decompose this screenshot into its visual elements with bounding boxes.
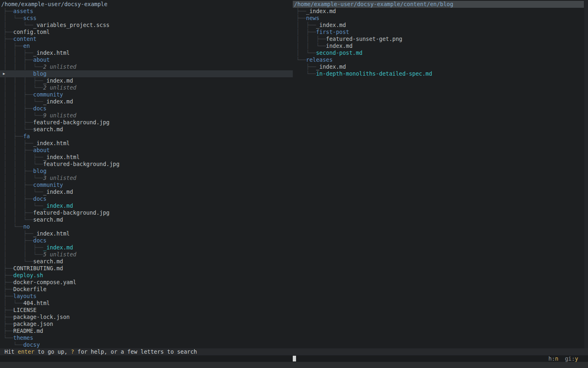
tree-row[interactable]: ├──assets (0, 8, 293, 15)
right-tree: ├──_index.md ├──news │ ├──_index.md │ ├─… (293, 8, 588, 77)
tree-row[interactable]: │ │ ├──featured-background.jpg (0, 209, 293, 216)
node-label: _index.html (33, 230, 69, 237)
node-label: news (306, 15, 320, 21)
tree-row[interactable]: └──docsy (0, 341, 293, 348)
node-label: Dockerfile (13, 286, 47, 292)
node-label: community (33, 91, 63, 98)
tree-row[interactable]: │ │ ├──docs (0, 195, 293, 202)
node-label: search.md (33, 258, 63, 265)
tree-branch-lines: │ │ │ └── (0, 175, 43, 181)
tree-branch-lines: ├── (0, 29, 13, 35)
tree-branch-lines: │ └── (0, 15, 23, 21)
tree-branch-lines: │ ├── (0, 133, 23, 139)
tree-row[interactable]: ├──content (0, 36, 293, 43)
tree-row[interactable]: │ │ ├──_index.md (0, 244, 293, 251)
tree-row[interactable]: │ │ │ └──_index.md (0, 202, 293, 209)
tree-row[interactable]: │ │ │ └──_index.md (0, 98, 293, 105)
node-label: _index.md (43, 98, 73, 105)
tree-row[interactable]: └──releases (293, 56, 588, 63)
tree-row[interactable]: │ │ │ ├──_index.html (0, 154, 293, 161)
node-label: _index.md (43, 202, 73, 209)
input-line: :e h:ngi:y (0, 355, 588, 362)
tree-row[interactable]: │ ├──en (0, 43, 293, 49)
tree-branch-lines: │ │ └── (0, 126, 33, 132)
tree-branch-lines: │ │ │ ├── (0, 77, 43, 84)
tree-row[interactable]: │ └──no (0, 223, 293, 230)
node-label: _index.html (33, 49, 69, 56)
node-label: _index.html (43, 154, 80, 160)
tree-row-unlisted[interactable]: │ │ │ └──2 unlisted (0, 84, 293, 91)
flag-value: n (555, 355, 558, 362)
tree-row[interactable]: ├──news (293, 15, 588, 22)
tree-row[interactable]: │ │ ├──community (0, 91, 293, 98)
node-label: featured-background.jpg (33, 209, 109, 216)
tree-row[interactable]: │ │ └──search.md (0, 216, 293, 223)
node-label: _index.md (43, 188, 73, 195)
flag-label: gi: (565, 355, 575, 362)
tree-row[interactable]: │ ├──fa (0, 133, 293, 140)
tree-row[interactable]: │ │ ├──blog (0, 168, 293, 175)
tree-row[interactable]: ▶ │ │ ├──blog (0, 70, 293, 77)
tree-row[interactable]: │ │ └──index.md (293, 43, 588, 49)
tree-row[interactable]: │ │ ├──featured-sunset-get.png (293, 36, 588, 43)
tree-row[interactable]: ├──README.md (0, 328, 293, 334)
tree-row[interactable]: ├──package-lock.json (0, 314, 293, 321)
tree-row[interactable]: │ ├──docs (0, 237, 293, 244)
tree-row[interactable]: ├──_index.md (293, 8, 588, 15)
bottom-strip (0, 362, 588, 368)
left-panel: /home/example-user/docsy-example ├──asse… (0, 0, 293, 348)
tree-row[interactable]: │ │ │ └──featured-background.jpg (0, 161, 293, 168)
tree-row[interactable]: └──themes (0, 334, 293, 341)
tree-row[interactable]: ├──package.json (0, 321, 293, 328)
tree-row[interactable]: │ │ ├──about (0, 56, 293, 63)
tree-row[interactable]: │ └──_variables_project.scss (0, 22, 293, 29)
left-command-input[interactable]: :e (0, 355, 293, 362)
tree-row[interactable]: │ └──second-post.md (293, 49, 588, 56)
tree-row[interactable]: │ │ │ └──_index.md (0, 188, 293, 195)
tree-branch-lines: │ ├── (293, 22, 316, 28)
tree-row[interactable]: │ │ ├──_index.html (0, 49, 293, 56)
tree-row[interactable]: ├──Dockerfile (0, 286, 293, 293)
tree-branch-lines: │ │ │ ├── (0, 154, 43, 160)
tree-branch-lines: └── (293, 70, 316, 77)
tree-row[interactable]: │ ├──first-post (293, 29, 588, 36)
tree-row[interactable]: │ ├──_index.md (293, 22, 588, 29)
tree-row-unlisted[interactable]: │ │ │ └──9 unlisted (0, 112, 293, 119)
tree-branch-lines: │ │ └── (0, 216, 33, 223)
status-key-hint: ? (71, 348, 74, 355)
tree-row[interactable]: │ │ ├──docs (0, 105, 293, 112)
tree-row[interactable]: │ └──search.md (0, 258, 293, 265)
tree-row[interactable]: │ └──scss (0, 15, 293, 22)
tree-row[interactable]: └──in-depth-monoliths-detailed-spec.md (293, 70, 588, 77)
right-command-input[interactable]: h:ngi:y (293, 355, 588, 362)
tree-row[interactable]: │ │ ├──featured-background.jpg (0, 119, 293, 126)
tree-row[interactable]: ├──deploy.sh (0, 272, 293, 279)
node-label: package-lock.json (13, 314, 70, 320)
tree-row[interactable]: │ │ ├──community (0, 182, 293, 188)
tree-row[interactable]: │ │ └──search.md (0, 126, 293, 133)
tree-branch-lines: ├── (0, 293, 13, 299)
tree-branch-lines: │ │ ├── (0, 49, 33, 56)
node-label: docs (33, 105, 47, 112)
tree-row[interactable]: ├──config.toml (0, 29, 293, 36)
tree-row[interactable]: ├──layouts (0, 293, 293, 300)
tree-row-unlisted[interactable]: │ │ └──5 unlisted (0, 251, 293, 258)
tree-branch-lines: │ └── (0, 223, 23, 230)
tree-row[interactable]: │ ├──_index.html (0, 230, 293, 237)
tree-row[interactable]: │ └──404.html (0, 300, 293, 307)
tree-row[interactable]: ├──docker-compose.yaml (0, 279, 293, 286)
tree-row[interactable]: │ │ ├──about (0, 147, 293, 154)
node-label: _index.html (33, 140, 69, 146)
tree-row[interactable]: ├──LICENSE (0, 307, 293, 314)
tree-branch-lines: │ │ ├── (0, 209, 33, 216)
tree-row[interactable]: │ │ │ ├──_index.md (0, 77, 293, 84)
tree-row[interactable]: ├──_index.md (293, 63, 588, 70)
tree-row-unlisted[interactable]: │ │ │ └──2 unlisted (0, 63, 293, 70)
tree-row-unlisted[interactable]: │ │ │ └──3 unlisted (0, 175, 293, 182)
tree-row[interactable]: │ │ ├──_index.html (0, 140, 293, 147)
tree-branch-lines: ├── (0, 272, 13, 278)
tree-branch-lines: ├── (0, 314, 13, 320)
tree-branch-lines: │ │ │ └── (0, 84, 43, 91)
node-label: about (33, 56, 50, 63)
tree-row[interactable]: ├──CONTRIBUTING.md (0, 265, 293, 272)
